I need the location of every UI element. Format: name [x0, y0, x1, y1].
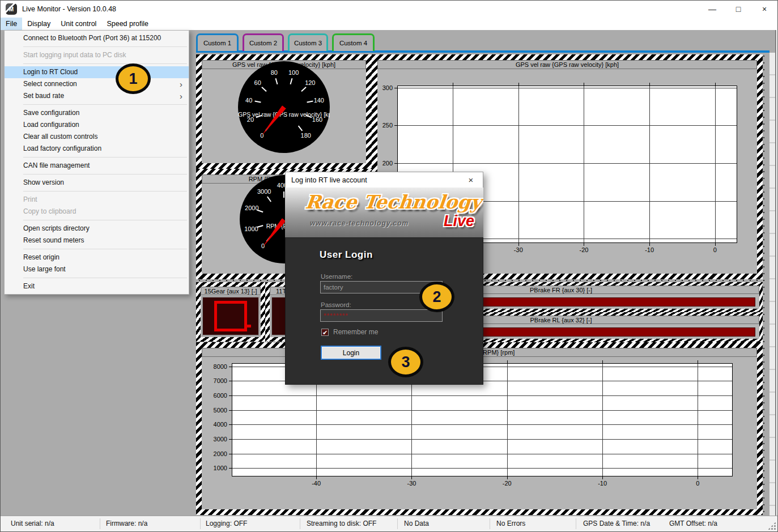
dialog-titlebar[interactable]: Log into RT live account × [285, 172, 483, 188]
gridline-y [398, 163, 737, 164]
gridline-y [232, 395, 732, 396]
gauge-tick-mark [254, 101, 261, 103]
statusbar: Unit serial: n/aFirmware: n/aLogging: OF… [1, 516, 777, 531]
menu-item-exit[interactable]: Exit [5, 280, 189, 292]
menu-item-can-file-management[interactable]: CAN file management [5, 160, 189, 172]
menu-item-reset-origin[interactable]: Reset origin [5, 252, 189, 263]
gauge-tick-label: 0 [260, 132, 263, 139]
status-separator [200, 518, 201, 529]
login-button[interactable]: Login [321, 346, 381, 360]
x-tick-mark [507, 476, 508, 479]
maximize-button[interactable]: □ [725, 1, 751, 18]
gauge-tick-mark [290, 78, 292, 84]
menu-separator [23, 46, 187, 47]
menu-item-select-connection[interactable]: Select connection› [5, 78, 189, 90]
status-separator [397, 518, 398, 529]
remember-me-label: Remember me [333, 328, 378, 336]
status-separator [100, 518, 100, 529]
resize-grip[interactable] [768, 522, 776, 530]
gauge-tick-mark [267, 196, 271, 202]
x-tick-label: 0 [713, 246, 717, 253]
y-tick-mark [229, 410, 232, 411]
tab-custom-4[interactable]: Custom 4 [332, 33, 375, 51]
gridline-y [232, 454, 732, 454]
minimize-button[interactable]: — [699, 1, 725, 18]
gauge-tick-label: 160 [312, 116, 322, 123]
remember-me-checkbox[interactable]: ✔ [321, 329, 329, 336]
menu-separator [23, 278, 187, 278]
gear-seven-segment-display [202, 296, 260, 336]
menu-separator [23, 174, 187, 175]
x-tick-mark [584, 83, 584, 86]
race-technology-logo-banner: Race Technology Live www.race-technology… [285, 188, 483, 237]
menubar-item-speed-profile[interactable]: Speed profile [101, 18, 154, 30]
menu-item-reset-sound-meters[interactable]: Reset sound meters [5, 235, 189, 246]
menu-item-use-large-font[interactable]: Use large font [5, 263, 189, 275]
x-tick-mark [602, 476, 603, 479]
menu-item-open-scripts-directory[interactable]: Open scripts directory [5, 223, 189, 235]
menu-separator [23, 220, 187, 220]
x-tick-mark [698, 476, 698, 479]
password-field[interactable] [320, 309, 443, 322]
password-label: Password: [321, 301, 351, 308]
tab-custom-1[interactable]: Custom 1 [196, 33, 239, 51]
menu-item-load-configuration[interactable]: Load configuration [5, 119, 189, 131]
gauge-tick-mark [298, 125, 303, 131]
tab-custom-2[interactable]: Custom 2 [243, 33, 284, 51]
menu-separator [23, 157, 187, 158]
gauge-tick-label: 20 [247, 116, 254, 123]
window-title: Live Monitor - Version 10.0.48 [22, 5, 116, 13]
x-tick-label: 0 [696, 480, 699, 487]
tab-custom-3[interactable]: Custom 3 [288, 33, 328, 51]
gridline-x [518, 86, 519, 242]
y-tick-label: 8000 [214, 363, 227, 370]
menu-item-save-configuration[interactable]: Save configuration [5, 107, 189, 119]
menu-item-start-logging-input-data-to-pc-disk: Start logging input data to PC disk [5, 49, 189, 61]
username-label: Username: [321, 273, 352, 280]
gridline-x [602, 364, 603, 476]
gauge-tick-label: 60 [254, 79, 261, 86]
vertical-scrollbar[interactable] [770, 53, 775, 517]
menu-separator [23, 191, 187, 191]
menu-item-copy-to-clipboard: Copy to clipboard [5, 206, 189, 218]
y-tick-label: 2000 [214, 450, 227, 457]
x-tick-label: -30 [514, 246, 523, 253]
user-login-heading: User Login [320, 249, 373, 261]
menubar-item-unit-control[interactable]: Unit control [56, 18, 101, 30]
gridline-y [398, 88, 737, 88]
menu-item-set-baud-rate[interactable]: Set baud rate› [5, 90, 189, 102]
gridline-y [232, 439, 732, 440]
x-tick-mark [411, 476, 412, 479]
menu-item-load-factory-configuration[interactable]: Load factory configuration [5, 143, 189, 155]
menubar-item-display[interactable]: Display [22, 18, 56, 30]
menu-separator [23, 104, 187, 105]
y-tick-label: 1000 [214, 465, 227, 471]
menu-item-show-version[interactable]: Show version [5, 177, 189, 189]
callout-1: 1 [116, 63, 151, 94]
y-tick-label: 250 [382, 122, 393, 129]
y-tick-mark [229, 439, 232, 440]
x-tick-label: -40 [312, 480, 321, 487]
menu-item-clear-all-custom-controls[interactable]: Clear all custom controls [5, 131, 189, 143]
gauge-tick-mark [283, 191, 284, 198]
status-cell-gmt-offset: GMT Offset: n/a [669, 516, 717, 531]
gridline-x [649, 86, 650, 242]
y-tick-mark [229, 395, 232, 396]
menu-item-connect-to-bluetooth-port-port-36-at-11520[interactable]: Connect to Bluetooth Port (Port 36) at 1… [5, 32, 189, 44]
gridline-y [398, 125, 737, 126]
menu-item-login-to-rt-cloud[interactable]: Login to RT Cloud [5, 66, 189, 78]
y-tick-label: 5000 [214, 407, 227, 414]
titlebar[interactable]: M Live Monitor - Version 10.0.48 — □ × [1, 1, 777, 18]
live-logo: Live [444, 212, 474, 230]
menubar-item-file[interactable]: File [1, 18, 22, 30]
panel-gps-velocity-gauge: GPS vel raw {GPS raw velocity} [kph] GPS… [196, 54, 372, 169]
y-tick-label: 7000 [214, 377, 227, 384]
dialog-close-button[interactable]: × [459, 172, 483, 188]
dialog-body: User Login Username: Password: ✔ Remembe… [285, 237, 483, 385]
logo-url: www.race-technology.com [310, 219, 409, 227]
dialog-title: Log into RT live account [291, 176, 367, 184]
close-button[interactable]: × [751, 1, 777, 18]
x-tick-mark [649, 83, 650, 86]
y-tick-mark [394, 88, 397, 88]
gauge-tick-label: 180 [301, 132, 311, 139]
